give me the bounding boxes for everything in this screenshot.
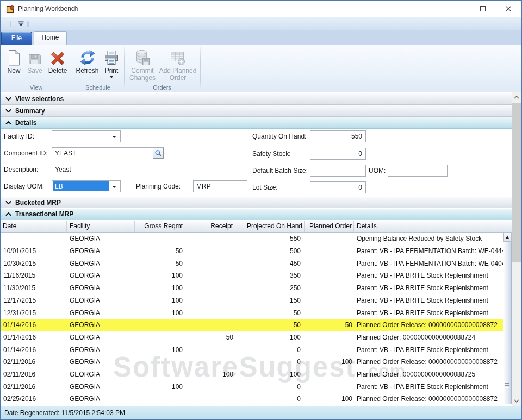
chevron-down-icon [5,97,11,101]
grid-scrollbar[interactable] [503,233,512,404]
cell-date: 02/11/2016 [1,356,67,368]
table-row[interactable]: 02/25/2016GEORGIA0100Planned Order Relea… [1,393,503,405]
close-button[interactable] [499,1,518,17]
scroll-up-arrow[interactable] [512,92,521,102]
refresh-icon [79,46,96,66]
cell-date: 10/01/2015 [1,245,67,257]
commit-changes-button[interactable]: Commit Changes [127,46,158,83]
cell-details: Opening Balance Reduced by Safety Stock [354,233,503,245]
ribbon-tab-row: File Home [1,30,521,45]
ribbon: New Save Delete [1,45,521,92]
grid-scrollbar-thumb-grip[interactable] [505,383,509,387]
print-button[interactable]: Print [102,46,121,83]
column-header-details[interactable]: Details [354,221,511,232]
chevron-down-icon [112,186,116,188]
delete-button[interactable]: Delete [46,46,69,83]
table-row[interactable]: GEORGIA550Opening Balance Reduced by Saf… [1,233,503,245]
search-icon [154,149,162,157]
cell-facility: GEORGIA [67,368,135,380]
cell-projected: 450 [234,258,304,269]
cell-projected: 0 [234,356,304,368]
grid-scroll-up-button[interactable] [503,233,512,242]
grid-header: DateFacilityGross ReqmtReceiptProjected … [1,221,512,233]
add-planned-order-icon [170,46,186,66]
chevron-up-icon [5,121,11,125]
description-field[interactable]: Yeast [52,164,247,175]
table-row[interactable]: 12/17/2015GEORGIA100150Parent: VB - IPA … [1,294,503,307]
cell-details: Planned Order Release: 00000000000000088… [354,393,503,405]
planning-code-field[interactable]: MRP [193,180,247,192]
table-row-highlighted[interactable]: 01/14/2016GEORGIA5050Planned Order Relea… [1,319,503,331]
column-header-projected[interactable]: Projected On Hand [234,221,304,232]
table-row[interactable]: 01/14/2016GEORGIA1000Parent: VB - IPA BR… [1,343,503,356]
scrollbar-thumb[interactable] [512,103,521,262]
cell-receipt: 50 [184,331,234,343]
cell-date: 01/14/2016 [1,331,67,343]
cell-receipt: 100 [184,368,234,380]
section-header-summary[interactable]: Summary [1,105,512,117]
new-button[interactable]: New [4,46,24,83]
table-row[interactable]: 02/11/2016GEORGIA100100Planned Order: 00… [1,368,503,381]
grid-body: GEORGIA550Opening Balance Reduced by Saf… [1,233,503,405]
cell-planned: 50 [304,319,354,331]
minimize-button[interactable] [448,1,467,17]
cell-facility: GEORGIA [67,294,135,306]
cell-facility: GEORGIA [67,282,135,294]
column-header-date[interactable]: Date [1,221,67,232]
default-batch-size-field[interactable] [310,165,366,177]
title-bar: Planning Workbench [1,1,521,17]
uom-field[interactable] [388,165,448,177]
add-planned-order-button[interactable]: Add Planned Order [159,46,197,83]
column-header-receipt[interactable]: Receipt [184,221,234,232]
cell-facility: GEORGIA [67,233,135,245]
table-row[interactable]: 11/16/2015GEORGIA100350Parent: VB - IPA … [1,269,503,282]
quantity-on-hand-field[interactable]: 550 [310,130,366,142]
display-uom-combobox[interactable]: LB [52,180,121,192]
default-batch-size-label: Default Batch Size: [252,165,308,177]
column-header-planned[interactable]: Planned Order [304,221,354,232]
group-label-orders: Orders [124,84,200,91]
print-dropdown-caret[interactable] [110,76,113,78]
display-uom-label: Display UOM: [4,180,44,192]
table-row[interactable]: 01/14/2016GEORGIA50100Planned Order: 000… [1,331,503,344]
table-row[interactable]: 10/30/2015GEORGIA50450Parent: VB - IPA F… [1,257,503,269]
tab-home[interactable]: Home [34,31,67,45]
ribbon-group-separator [200,47,201,89]
save-button[interactable]: Save [25,46,45,83]
chevron-down-icon [112,136,116,138]
section-header-bucketed-mrp[interactable]: Bucketed MRP [1,197,512,208]
column-header-gross[interactable]: Gross Reqmt [135,221,184,232]
section-header-transactional-mrp[interactable]: Transactional MRP [1,209,512,220]
main-content: View selections Summary Details Facility… [1,92,512,406]
lot-size-field[interactable]: 0 [310,181,366,193]
save-icon [28,46,42,66]
tab-file[interactable]: File [1,32,32,45]
component-search-button[interactable] [153,148,164,159]
table-row[interactable]: 12/31/2015GEORGIA10050Parent: VB - IPA B… [1,306,503,319]
table-row[interactable]: 11/30/2015GEORGIA100250Parent: VB - IPA … [1,282,503,294]
table-row[interactable]: 02/11/2016GEORGIA0100Planned Order Relea… [1,356,503,368]
table-row[interactable]: 10/01/2015GEORGIA50500Parent: VB - IPA F… [1,245,503,258]
customize-quick-access-icon[interactable] [17,21,24,27]
print-icon [103,46,120,66]
component-id-field[interactable]: YEAST [52,147,164,159]
cell-facility: GEORGIA [67,393,135,405]
safety-stock-field[interactable]: 0 [310,148,366,160]
section-header-details[interactable]: Details [1,117,512,129]
planning-code-label: Planning Code: [136,180,181,192]
section-header-view-selections[interactable]: View selections [1,93,512,105]
uom-label: UOM: [369,165,386,177]
scroll-down-arrow[interactable] [512,396,521,406]
facility-id-combobox[interactable] [52,130,121,142]
maximize-button[interactable] [474,1,492,17]
refresh-button[interactable]: Refresh [75,46,100,83]
facility-id-label: Facility ID: [4,130,34,142]
vertical-scrollbar[interactable] [512,92,521,406]
cell-facility: GEORGIA [67,269,135,281]
column-header-facility[interactable]: Facility [67,221,135,232]
cell-date: 11/16/2015 [1,269,67,281]
group-label-schedule: Schedule [72,84,124,91]
cell-details: Planned Order: 00000000000000088725 [354,368,503,380]
qat-separator [10,21,11,27]
table-row[interactable]: 02/11/2016GEORGIA1000Parent: VB - IPA BR… [1,380,503,393]
